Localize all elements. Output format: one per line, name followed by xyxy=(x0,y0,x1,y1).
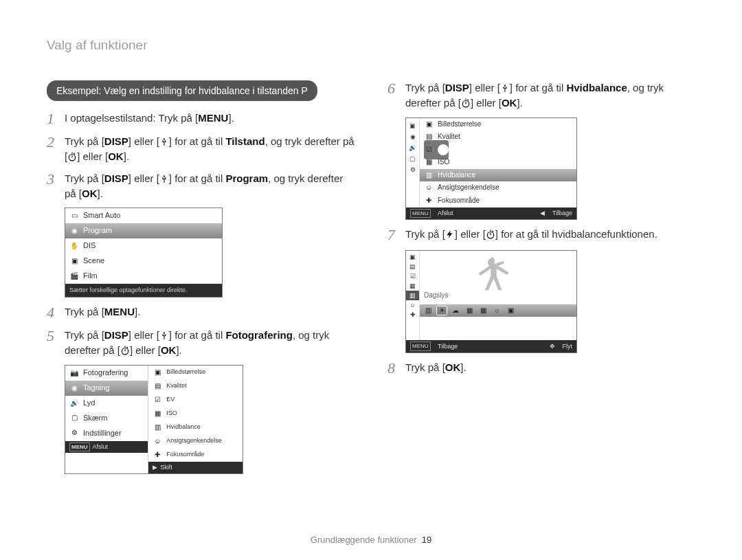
step-num: 3 xyxy=(47,171,65,201)
menu-item-program: ◉Program xyxy=(65,223,222,238)
step-num: 1 xyxy=(47,111,65,127)
footer-label: Grundlæggende funktioner xyxy=(311,535,417,545)
disp-button-label: DISP xyxy=(445,82,469,93)
text: for at gå til hvidbalancefunktionen. xyxy=(498,228,657,240)
text: Tryk på xyxy=(65,135,102,147)
ok-button-label: OK xyxy=(161,344,177,356)
step-num: 2 xyxy=(47,134,65,164)
menu-item-film: 🎬Film xyxy=(65,269,222,284)
menu-item-lyd: 🔊Lyd xyxy=(65,396,148,411)
text: . xyxy=(100,188,103,199)
text: eller xyxy=(458,228,483,240)
size-icon: ▣ xyxy=(153,368,162,377)
page-number: 19 xyxy=(422,535,431,545)
label: Fokusområde xyxy=(438,196,480,206)
menu-item: ✚Fokusområde xyxy=(420,194,576,208)
step-body: Tryk på [DISP] eller [] for at gå til Fo… xyxy=(65,328,355,358)
foot-label: Afslut xyxy=(93,443,109,451)
step-3: 3 Tryk på [DISP] eller [] for at gå til … xyxy=(47,171,355,201)
text: for at gå til xyxy=(172,172,225,184)
target: Fotografering xyxy=(225,329,293,341)
step-body: Tryk på [DISP] eller [] for at gå til Ti… xyxy=(65,134,355,164)
wb-fluor-l-icon: ▦ xyxy=(477,306,488,315)
display-icon: ▢ xyxy=(69,414,79,423)
menu-description: Sætter forskellige optagefunktioner dire… xyxy=(65,284,222,297)
target: Tilstand xyxy=(225,135,265,147)
wb-daylight-icon: ☀ xyxy=(436,306,447,315)
page-header: Valg af funktioner xyxy=(47,38,695,53)
menu-item: ☺Ansigtsgenkendelse xyxy=(420,181,576,194)
label: DIS xyxy=(83,240,95,251)
iso-icon: ▦ xyxy=(424,157,434,167)
settings-menu-screen: 📷Fotografering ◉Tagning 🔊Lyd ▢Skærm ⚙Ind… xyxy=(65,365,243,474)
preview-main: Dagslys ▥ ☀ ☁ ▦ ▦ ☼ ▣ xyxy=(420,251,576,340)
footbar-left: MENUAfslut xyxy=(65,441,148,453)
step-body: Tryk på [DISP] eller [] for at gå til Pr… xyxy=(65,171,355,201)
text: eller xyxy=(133,344,158,356)
label: Billedstørrelse xyxy=(166,368,205,377)
label: Hvidbalance xyxy=(166,423,201,432)
text: Tryk på xyxy=(65,172,102,184)
callout-text: Eksempel: Vælg en indstilling for hvidba… xyxy=(56,85,308,96)
text: eller xyxy=(131,135,157,147)
label: EV xyxy=(166,395,175,404)
text: eller xyxy=(131,329,157,341)
text: eller xyxy=(473,97,499,109)
step-body: I optagelsestilstand: Tryk på [MENU]. xyxy=(65,111,355,127)
menu-item-smart-auto: ▭Smart Auto xyxy=(65,208,222,223)
timer-icon xyxy=(67,152,77,161)
ok-button-label: OK xyxy=(502,97,517,109)
quality-icon: ▤ xyxy=(424,132,434,142)
text: I optagelsestilstand: Tryk på xyxy=(65,112,195,124)
label: Hvidbalance xyxy=(438,170,475,181)
timer-icon xyxy=(120,346,130,355)
label: Lyd xyxy=(83,398,95,409)
step-7: 7 Tryk på [] eller [] for at gå til hvid… xyxy=(387,227,695,243)
program-icon: ◉ xyxy=(69,226,79,236)
silhouette-image xyxy=(461,254,523,306)
ev-icon: ☑ xyxy=(424,145,434,155)
menu-item-scene: ▣Scene xyxy=(65,254,222,269)
settings-right-pane: ▣Billedstørrelse ▤Kvalitet ☑EV ▦ISO ▥Hvi… xyxy=(148,366,243,473)
foot-label: Tilbage xyxy=(438,342,458,351)
menu-item: ✚Fokusområde xyxy=(148,448,243,462)
svg-point-3 xyxy=(487,232,493,238)
preview-side-icons: ▣ ▤ ☑ ▦ ▥ ☺ ✚ xyxy=(406,251,420,340)
menu-item: ▥Hvidbalance xyxy=(148,421,243,434)
sound-icon: 🔊 xyxy=(69,399,79,408)
step-num: 6 xyxy=(387,80,405,111)
wb-custom-icon: ▣ xyxy=(505,306,516,315)
menu-item-fotografering: 📷Fotografering xyxy=(65,366,148,381)
side-icon: ▣ xyxy=(406,252,419,262)
menu-item: ▤Kvalitet xyxy=(420,131,576,144)
label: Kvalitet xyxy=(166,381,187,390)
label: ISO xyxy=(166,409,177,418)
menu-item: ▣Billedstørrelse xyxy=(148,366,243,379)
focus-icon: ✚ xyxy=(153,450,162,460)
glyph-right: ▶ xyxy=(153,463,157,472)
text: eller xyxy=(131,172,157,184)
text: . xyxy=(126,150,129,162)
foot-right: ◀ Tilbage xyxy=(540,209,572,219)
foot-label: Afslut xyxy=(438,209,453,218)
menu-item-hvidbalance: ▥Hvidbalance xyxy=(420,169,576,182)
side-icon: ▣ xyxy=(406,121,419,132)
label: Film xyxy=(83,271,98,282)
macro-icon xyxy=(159,331,169,340)
step-body: Tryk på [OK]. xyxy=(405,360,695,377)
wb-icon: ▥ xyxy=(153,423,162,432)
wb-preview-screen: ▣ ▤ ☑ ▦ ▥ ☺ ✚ Dagslys ▥ xyxy=(405,250,577,353)
text: Tryk på xyxy=(405,82,442,93)
menu-item: ☑EV xyxy=(420,144,576,157)
text: Tryk på xyxy=(405,361,442,373)
menu-btn-foot: MENU xyxy=(69,443,90,452)
label: Ansigtsgenkendelse xyxy=(166,436,222,445)
menu-item-tagning: ◉Tagning xyxy=(65,381,148,396)
header-text: Valg af funktioner xyxy=(47,38,147,52)
text: for at gå til xyxy=(172,329,225,341)
disp-button-label: DISP xyxy=(104,172,128,184)
menu-item: ☺Ansigtsgenkendelse xyxy=(148,434,243,448)
disp-button-label: DISP xyxy=(104,135,128,147)
wb-fluor-h-icon: ▦ xyxy=(464,306,475,315)
wb-menu-screen: ▣ ◉ 🔊 ▢ ⚙ ▣Billedstørrelse ▤Kvalitet ☑EV… xyxy=(405,117,577,221)
